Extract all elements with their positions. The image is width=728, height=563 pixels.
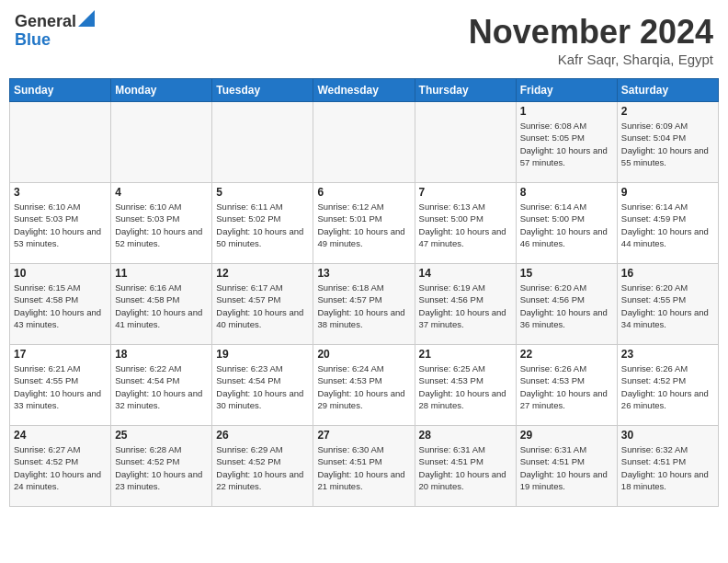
day-info: Sunrise: 6:17 AM Sunset: 4:57 PM Dayligh…: [216, 282, 309, 330]
calendar-cell: 5Sunrise: 6:11 AM Sunset: 5:02 PM Daylig…: [212, 183, 313, 264]
calendar-cell: 6Sunrise: 6:12 AM Sunset: 5:01 PM Daylig…: [313, 183, 415, 264]
day-number: 7: [419, 186, 512, 199]
day-info: Sunrise: 6:19 AM Sunset: 4:56 PM Dayligh…: [419, 282, 512, 330]
day-info: Sunrise: 6:26 AM Sunset: 4:52 PM Dayligh…: [621, 362, 714, 411]
calendar-cell: 22Sunrise: 6:26 AM Sunset: 4:53 PM Dayli…: [516, 345, 617, 426]
calendar-header-row: SundayMondayTuesdayWednesdayThursdayFrid…: [10, 79, 719, 102]
logo-icon: [78, 10, 95, 27]
calendar-cell: 29Sunrise: 6:31 AM Sunset: 4:51 PM Dayli…: [516, 426, 617, 507]
calendar-cell: 21Sunrise: 6:25 AM Sunset: 4:53 PM Dayli…: [415, 345, 516, 426]
day-info: Sunrise: 6:08 AM Sunset: 5:05 PM Dayligh…: [520, 120, 613, 168]
calendar-cell: 17Sunrise: 6:21 AM Sunset: 4:55 PM Dayli…: [10, 345, 111, 426]
day-number: 2: [621, 105, 714, 118]
day-number: 11: [115, 267, 208, 280]
calendar: SundayMondayTuesdayWednesdayThursdayFrid…: [9, 78, 719, 507]
calendar-cell: 27Sunrise: 6:30 AM Sunset: 4:51 PM Dayli…: [313, 426, 415, 507]
day-number: 16: [621, 267, 714, 280]
day-info: Sunrise: 6:15 AM Sunset: 4:58 PM Dayligh…: [14, 282, 107, 330]
calendar-cell: 1Sunrise: 6:08 AM Sunset: 5:05 PM Daylig…: [516, 102, 617, 183]
day-header-thursday: Thursday: [415, 79, 516, 102]
day-number: 18: [115, 348, 208, 361]
day-info: Sunrise: 6:30 AM Sunset: 4:51 PM Dayligh…: [317, 443, 410, 492]
day-info: Sunrise: 6:31 AM Sunset: 4:51 PM Dayligh…: [520, 443, 613, 492]
week-row-3: 10Sunrise: 6:15 AM Sunset: 4:58 PM Dayli…: [10, 264, 719, 345]
day-number: 13: [317, 267, 410, 280]
day-number: 5: [216, 186, 309, 199]
day-info: Sunrise: 6:20 AM Sunset: 4:56 PM Dayligh…: [520, 282, 613, 330]
day-number: 10: [14, 267, 107, 280]
day-number: 15: [520, 267, 613, 280]
logo-general-text: General: [15, 13, 76, 31]
location-title: Kafr Saqr, Sharqia, Egypt: [469, 52, 713, 67]
calendar-cell: 8Sunrise: 6:14 AM Sunset: 5:00 PM Daylig…: [516, 183, 617, 264]
day-header-wednesday: Wednesday: [313, 79, 415, 102]
day-info: Sunrise: 6:14 AM Sunset: 4:59 PM Dayligh…: [621, 201, 714, 249]
logo-blue-text: Blue: [15, 31, 95, 50]
week-row-5: 24Sunrise: 6:27 AM Sunset: 4:52 PM Dayli…: [10, 426, 719, 507]
calendar-cell: 15Sunrise: 6:20 AM Sunset: 4:56 PM Dayli…: [516, 264, 617, 345]
calendar-cell: 10Sunrise: 6:15 AM Sunset: 4:58 PM Dayli…: [10, 264, 111, 345]
day-number: 23: [621, 348, 714, 361]
week-row-1: 1Sunrise: 6:08 AM Sunset: 5:05 PM Daylig…: [10, 102, 719, 183]
day-info: Sunrise: 6:23 AM Sunset: 4:54 PM Dayligh…: [216, 362, 309, 411]
calendar-cell: 14Sunrise: 6:19 AM Sunset: 4:56 PM Dayli…: [415, 264, 516, 345]
calendar-cell: 18Sunrise: 6:22 AM Sunset: 4:54 PM Dayli…: [111, 345, 212, 426]
day-number: 24: [14, 429, 107, 442]
calendar-cell: 3Sunrise: 6:10 AM Sunset: 5:03 PM Daylig…: [10, 183, 111, 264]
calendar-cell: 19Sunrise: 6:23 AM Sunset: 4:54 PM Dayli…: [212, 345, 313, 426]
day-info: Sunrise: 6:11 AM Sunset: 5:02 PM Dayligh…: [216, 201, 309, 249]
day-info: Sunrise: 6:32 AM Sunset: 4:51 PM Dayligh…: [621, 443, 714, 492]
day-number: 22: [520, 348, 613, 361]
calendar-cell: 30Sunrise: 6:32 AM Sunset: 4:51 PM Dayli…: [617, 426, 718, 507]
calendar-cell: 28Sunrise: 6:31 AM Sunset: 4:51 PM Dayli…: [415, 426, 516, 507]
day-number: 21: [419, 348, 512, 361]
day-info: Sunrise: 6:10 AM Sunset: 5:03 PM Dayligh…: [14, 201, 107, 249]
calendar-cell: 23Sunrise: 6:26 AM Sunset: 4:52 PM Dayli…: [617, 345, 718, 426]
day-info: Sunrise: 6:20 AM Sunset: 4:55 PM Dayligh…: [621, 282, 714, 330]
day-number: 1: [520, 105, 613, 118]
calendar-cell: [10, 102, 111, 183]
calendar-cell: 13Sunrise: 6:18 AM Sunset: 4:57 PM Dayli…: [313, 264, 415, 345]
calendar-cell: 26Sunrise: 6:29 AM Sunset: 4:52 PM Dayli…: [212, 426, 313, 507]
calendar-cell: 24Sunrise: 6:27 AM Sunset: 4:52 PM Dayli…: [10, 426, 111, 507]
day-info: Sunrise: 6:28 AM Sunset: 4:52 PM Dayligh…: [115, 443, 208, 492]
day-number: 27: [317, 429, 410, 442]
calendar-cell: [212, 102, 313, 183]
calendar-cell: 4Sunrise: 6:10 AM Sunset: 5:03 PM Daylig…: [111, 183, 212, 264]
calendar-cell: 9Sunrise: 6:14 AM Sunset: 4:59 PM Daylig…: [617, 183, 718, 264]
day-info: Sunrise: 6:16 AM Sunset: 4:58 PM Dayligh…: [115, 282, 208, 330]
day-info: Sunrise: 6:31 AM Sunset: 4:51 PM Dayligh…: [419, 443, 512, 492]
day-number: 30: [621, 429, 714, 442]
day-info: Sunrise: 6:21 AM Sunset: 4:55 PM Dayligh…: [14, 362, 107, 411]
day-number: 28: [419, 429, 512, 442]
logo: General Blue: [15, 13, 95, 50]
day-number: 29: [520, 429, 613, 442]
calendar-cell: 16Sunrise: 6:20 AM Sunset: 4:55 PM Dayli…: [617, 264, 718, 345]
month-title: November 2024: [469, 13, 713, 52]
day-number: 25: [115, 429, 208, 442]
calendar-cell: [313, 102, 415, 183]
day-number: 14: [419, 267, 512, 280]
day-number: 6: [317, 186, 410, 199]
day-info: Sunrise: 6:13 AM Sunset: 5:00 PM Dayligh…: [419, 201, 512, 249]
day-number: 9: [621, 186, 714, 199]
day-header-tuesday: Tuesday: [212, 79, 313, 102]
calendar-cell: 25Sunrise: 6:28 AM Sunset: 4:52 PM Dayli…: [111, 426, 212, 507]
day-info: Sunrise: 6:14 AM Sunset: 5:00 PM Dayligh…: [520, 201, 613, 249]
day-info: Sunrise: 6:22 AM Sunset: 4:54 PM Dayligh…: [115, 362, 208, 411]
header: General Blue November 2024 Kafr Saqr, Sh…: [9, 9, 719, 71]
svg-marker-0: [78, 10, 95, 27]
day-info: Sunrise: 6:24 AM Sunset: 4:53 PM Dayligh…: [317, 362, 410, 411]
day-info: Sunrise: 6:18 AM Sunset: 4:57 PM Dayligh…: [317, 282, 410, 330]
day-number: 8: [520, 186, 613, 199]
calendar-cell: [111, 102, 212, 183]
day-info: Sunrise: 6:26 AM Sunset: 4:53 PM Dayligh…: [520, 362, 613, 411]
calendar-cell: 7Sunrise: 6:13 AM Sunset: 5:00 PM Daylig…: [415, 183, 516, 264]
week-row-4: 17Sunrise: 6:21 AM Sunset: 4:55 PM Dayli…: [10, 345, 719, 426]
day-number: 20: [317, 348, 410, 361]
day-header-sunday: Sunday: [10, 79, 111, 102]
day-number: 3: [14, 186, 107, 199]
day-header-saturday: Saturday: [617, 79, 718, 102]
day-info: Sunrise: 6:29 AM Sunset: 4:52 PM Dayligh…: [216, 443, 309, 492]
day-number: 12: [216, 267, 309, 280]
